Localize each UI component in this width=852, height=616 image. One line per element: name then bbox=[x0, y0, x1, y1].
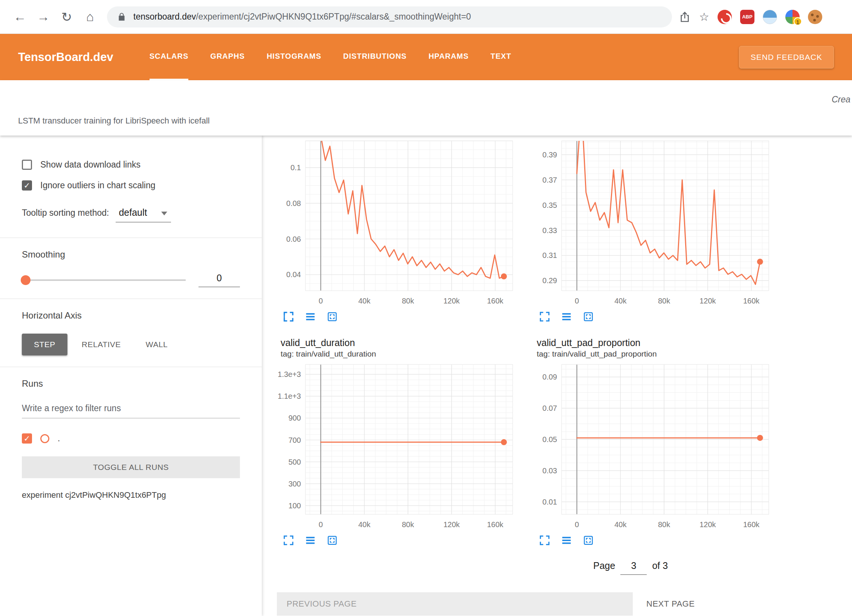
svg-text:160k: 160k bbox=[743, 297, 760, 305]
url-bar[interactable]: tensorboard.dev/experiment/cj2vtPiwQHKN9… bbox=[107, 6, 672, 27]
next-page-button[interactable]: NEXT PAGE bbox=[646, 599, 695, 609]
divider bbox=[0, 238, 262, 238]
tab-histograms[interactable]: HISTOGRAMS bbox=[267, 34, 321, 80]
fit-domain-icon[interactable] bbox=[583, 535, 594, 546]
run-label: . bbox=[58, 433, 60, 444]
chart-card: valid_utt_duration tag: train/valid_utt_… bbox=[277, 337, 522, 546]
chart-title: valid_utt_duration bbox=[281, 337, 522, 349]
runs-label: Runs bbox=[22, 378, 240, 389]
page-number-input[interactable]: 3 bbox=[620, 560, 647, 575]
notification-badge: 1 bbox=[794, 17, 802, 26]
svg-text:0.01: 0.01 bbox=[542, 498, 557, 506]
svg-text:0.09: 0.09 bbox=[542, 373, 557, 381]
svg-text:160k: 160k bbox=[487, 297, 504, 305]
chart-tag: tag: train/valid_utt_duration bbox=[281, 349, 522, 359]
extension-icon[interactable] bbox=[763, 10, 777, 24]
share-icon[interactable] bbox=[679, 11, 691, 23]
fullscreen-icon[interactable] bbox=[539, 311, 550, 322]
home-icon[interactable]: ⌂ bbox=[78, 9, 102, 24]
svg-text:1.1e+3: 1.1e+3 bbox=[278, 392, 301, 400]
experiment-caption: experiment cj2vtPiwQHKN9Q1tx6PTpg bbox=[22, 490, 240, 500]
svg-text:300: 300 bbox=[289, 480, 301, 488]
bookmark-star-icon[interactable]: ☆ bbox=[699, 10, 709, 23]
chart-title: valid_utt_pad_proportion bbox=[537, 337, 778, 349]
axis-relative-button[interactable]: RELATIVE bbox=[71, 334, 131, 355]
horizontal-axis-label: Horizontal Axis bbox=[22, 310, 240, 321]
slider-thumb[interactable] bbox=[21, 275, 31, 285]
fullscreen-icon[interactable] bbox=[539, 535, 550, 546]
tab-text[interactable]: TEXT bbox=[490, 34, 511, 80]
axis-step-button[interactable]: STEP bbox=[22, 334, 67, 355]
svg-text:0: 0 bbox=[319, 520, 323, 529]
lock-icon bbox=[117, 12, 127, 22]
profile-avatar[interactable]: 1 bbox=[785, 10, 800, 24]
ignore-outliers-checkbox[interactable] bbox=[22, 180, 32, 191]
adblock-icon[interactable] bbox=[718, 10, 732, 24]
svg-text:40k: 40k bbox=[358, 520, 371, 529]
url-text: tensorboard.dev/experiment/cj2vtPiwQHKN9… bbox=[133, 12, 471, 22]
tab-graphs[interactable]: GRAPHS bbox=[210, 34, 245, 80]
fit-domain-icon[interactable] bbox=[327, 535, 338, 546]
cookie-icon[interactable] bbox=[808, 10, 822, 24]
tooltip-sorting-dropdown[interactable]: default bbox=[116, 207, 171, 223]
back-icon[interactable]: ← bbox=[8, 9, 32, 24]
show-download-checkbox[interactable] bbox=[22, 160, 32, 170]
tab-distributions[interactable]: DISTRIBUTIONS bbox=[343, 34, 407, 80]
scalar-chart[interactable]: 040k80k120k160k0.010.030.050.070.09 bbox=[533, 362, 774, 532]
svg-text:0.33: 0.33 bbox=[542, 226, 557, 235]
svg-text:0.04: 0.04 bbox=[286, 270, 301, 279]
runs-selector-icon[interactable] bbox=[305, 535, 316, 546]
browser-chrome: ← → ↻ ⌂ tensorboard.dev/experiment/cj2vt… bbox=[0, 0, 852, 34]
fullscreen-icon[interactable] bbox=[283, 311, 294, 322]
scalar-chart[interactable]: 040k80k120k160k0.040.060.080.1 bbox=[277, 139, 518, 308]
fullscreen-icon[interactable] bbox=[283, 535, 294, 546]
svg-text:160k: 160k bbox=[743, 520, 760, 529]
smoothing-value-input[interactable]: 0 bbox=[198, 273, 240, 287]
svg-text:500: 500 bbox=[289, 458, 301, 466]
ignore-outliers-label: Ignore outliers in chart scaling bbox=[40, 180, 156, 191]
svg-text:0.39: 0.39 bbox=[542, 151, 557, 159]
brand-logo[interactable]: TensorBoard.dev bbox=[18, 50, 113, 64]
toggle-all-runs-button[interactable]: TOGGLE ALL RUNS bbox=[22, 456, 240, 478]
fit-domain-icon[interactable] bbox=[583, 311, 594, 322]
send-feedback-button[interactable]: SEND FEEDBACK bbox=[739, 46, 834, 69]
svg-text:900: 900 bbox=[289, 414, 301, 422]
scalar-chart[interactable]: 040k80k120k160k0.290.310.330.350.370.39 bbox=[533, 139, 774, 308]
forward-icon[interactable]: → bbox=[32, 9, 55, 24]
runs-selector-icon[interactable] bbox=[305, 311, 316, 322]
chart-card: valid_utt_pad_proportion tag: train/vali… bbox=[533, 337, 778, 546]
svg-text:40k: 40k bbox=[614, 520, 627, 529]
svg-text:80k: 80k bbox=[402, 297, 414, 305]
svg-text:0.1: 0.1 bbox=[290, 163, 301, 172]
svg-text:0: 0 bbox=[575, 297, 579, 305]
smoothing-slider[interactable] bbox=[22, 279, 186, 281]
svg-text:1.3e+3: 1.3e+3 bbox=[278, 370, 301, 378]
reload-icon[interactable]: ↻ bbox=[55, 9, 78, 24]
svg-text:0.37: 0.37 bbox=[542, 176, 557, 184]
svg-text:700: 700 bbox=[289, 436, 301, 444]
settings-sidebar: Show data download links Ignore outliers… bbox=[0, 136, 262, 616]
svg-text:100: 100 bbox=[289, 502, 301, 510]
fit-domain-icon[interactable] bbox=[327, 311, 338, 322]
svg-text:120k: 120k bbox=[443, 297, 460, 305]
svg-text:0.31: 0.31 bbox=[542, 251, 557, 259]
subheader: Crea LSTM transducer training for LibriS… bbox=[0, 80, 852, 136]
previous-page-button[interactable]: PREVIOUS PAGE bbox=[277, 592, 633, 616]
runs-selector-icon[interactable] bbox=[561, 535, 572, 546]
svg-text:120k: 120k bbox=[699, 297, 716, 305]
url-domain: tensorboard.dev bbox=[133, 12, 196, 21]
scalar-chart[interactable]: 040k80k120k160k1003005007009001.1e+31.3e… bbox=[277, 362, 518, 532]
tab-scalars[interactable]: SCALARS bbox=[150, 34, 189, 80]
run-color-circle[interactable] bbox=[40, 434, 49, 443]
created-text: Crea bbox=[832, 95, 850, 105]
tab-hparams[interactable]: HPARAMS bbox=[429, 34, 469, 80]
svg-text:0.05: 0.05 bbox=[542, 435, 557, 444]
axis-wall-button[interactable]: WALL bbox=[135, 334, 178, 355]
runs-filter-input[interactable] bbox=[22, 402, 240, 418]
page-label: Page bbox=[593, 560, 615, 571]
abp-extension-icon[interactable]: ABP bbox=[740, 10, 754, 24]
run-checkbox[interactable] bbox=[22, 433, 32, 444]
chart-tag: tag: train/valid_utt_pad_proportion bbox=[537, 349, 778, 359]
runs-selector-icon[interactable] bbox=[561, 311, 572, 322]
svg-text:120k: 120k bbox=[699, 520, 716, 529]
